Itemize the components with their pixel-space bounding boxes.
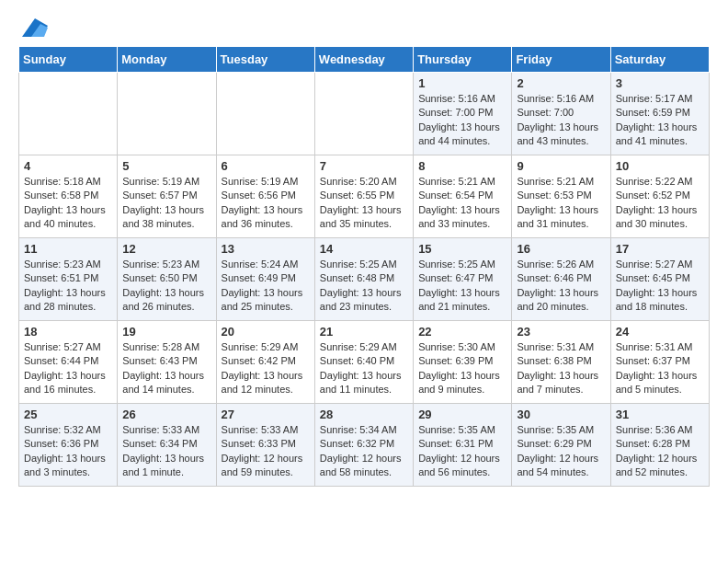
weekday-header: Friday [512, 47, 610, 73]
sunset-label: Sunset: 6:37 PM [616, 355, 690, 366]
sunset-label: Sunset: 6:59 PM [616, 107, 690, 118]
day-info: Sunrise: 5:28 AM Sunset: 6:43 PM Dayligh… [122, 340, 210, 397]
sunrise-label: Sunrise: 5:16 AM [517, 93, 594, 104]
calendar-cell: 9 Sunrise: 5:21 AM Sunset: 6:53 PM Dayli… [512, 155, 610, 238]
sunrise-label: Sunrise: 5:22 AM [616, 176, 693, 187]
day-number: 5 [122, 159, 210, 173]
sunset-label: Sunset: 6:48 PM [320, 272, 394, 283]
daylight-label: Daylight: 13 hours and 12 minutes. [222, 370, 303, 395]
sunrise-label: Sunrise: 5:25 AM [320, 259, 397, 270]
sunset-label: Sunset: 6:55 PM [320, 190, 394, 201]
day-info: Sunrise: 5:18 AM Sunset: 6:58 PM Dayligh… [24, 175, 112, 232]
sunset-label: Sunset: 6:54 PM [418, 190, 493, 201]
calendar-week-row: 1 Sunrise: 5:16 AM Sunset: 7:00 PM Dayli… [19, 73, 710, 155]
weekday-header: Thursday [414, 47, 512, 73]
sunrise-label: Sunrise: 5:21 AM [517, 176, 594, 187]
day-number: 28 [320, 408, 408, 421]
daylight-label: Daylight: 13 hours and 26 minutes. [122, 287, 204, 312]
day-number: 19 [122, 325, 210, 339]
daylight-label: Daylight: 13 hours and 36 minutes. [222, 204, 303, 229]
day-number: 9 [517, 159, 605, 173]
day-info: Sunrise: 5:34 AM Sunset: 6:32 PM Dayligh… [320, 423, 408, 480]
calendar-cell [216, 73, 314, 155]
day-info: Sunrise: 5:23 AM Sunset: 6:50 PM Dayligh… [122, 258, 210, 315]
day-number: 3 [616, 76, 704, 90]
daylight-label: Daylight: 13 hours and 41 minutes. [616, 121, 698, 146]
daylight-label: Daylight: 12 hours and 56 minutes. [418, 453, 500, 477]
calendar-cell: 28 Sunrise: 5:34 AM Sunset: 6:32 PM Dayl… [314, 404, 413, 487]
daylight-label: Daylight: 13 hours and 21 minutes. [418, 287, 500, 312]
day-info: Sunrise: 5:31 AM Sunset: 6:37 PM Dayligh… [616, 340, 704, 397]
sunset-label: Sunset: 6:46 PM [517, 272, 591, 283]
day-number: 20 [222, 325, 310, 339]
day-number: 27 [222, 408, 310, 421]
calendar-cell: 25 Sunrise: 5:32 AM Sunset: 6:36 PM Dayl… [19, 404, 118, 487]
daylight-label: Daylight: 13 hours and 40 minutes. [24, 204, 106, 229]
calendar-cell: 15 Sunrise: 5:25 AM Sunset: 6:47 PM Dayl… [414, 238, 512, 321]
daylight-label: Daylight: 12 hours and 59 minutes. [222, 453, 303, 477]
calendar-week-row: 18 Sunrise: 5:27 AM Sunset: 6:44 PM Dayl… [19, 321, 710, 404]
daylight-label: Daylight: 13 hours and 25 minutes. [222, 287, 303, 312]
calendar-cell: 19 Sunrise: 5:28 AM Sunset: 6:43 PM Dayl… [118, 321, 216, 404]
day-info: Sunrise: 5:27 AM Sunset: 6:45 PM Dayligh… [616, 258, 704, 315]
sunrise-label: Sunrise: 5:25 AM [418, 259, 495, 270]
day-info: Sunrise: 5:19 AM Sunset: 6:57 PM Dayligh… [122, 175, 210, 232]
daylight-label: Daylight: 12 hours and 54 minutes. [517, 453, 598, 477]
sunrise-label: Sunrise: 5:30 AM [418, 341, 495, 352]
sunrise-label: Sunrise: 5:29 AM [320, 341, 397, 352]
sunrise-label: Sunrise: 5:16 AM [418, 93, 495, 104]
sunset-label: Sunset: 6:29 PM [517, 438, 591, 449]
weekday-header: Saturday [610, 47, 709, 73]
daylight-label: Daylight: 13 hours and 16 minutes. [24, 370, 106, 395]
calendar-week-row: 4 Sunrise: 5:18 AM Sunset: 6:58 PM Dayli… [19, 155, 710, 238]
sunrise-label: Sunrise: 5:23 AM [24, 259, 101, 270]
day-number: 4 [24, 159, 112, 173]
sunset-label: Sunset: 6:38 PM [517, 355, 591, 366]
sunrise-label: Sunrise: 5:31 AM [616, 341, 693, 352]
daylight-label: Daylight: 13 hours and 23 minutes. [320, 287, 402, 312]
sunset-label: Sunset: 6:32 PM [320, 438, 394, 449]
daylight-label: Daylight: 13 hours and 35 minutes. [320, 204, 402, 229]
sunset-label: Sunset: 6:49 PM [222, 272, 296, 283]
sunset-label: Sunset: 6:39 PM [418, 355, 493, 366]
daylight-label: Daylight: 13 hours and 3 minutes. [24, 453, 106, 477]
calendar-cell: 21 Sunrise: 5:29 AM Sunset: 6:40 PM Dayl… [314, 321, 413, 404]
sunset-label: Sunset: 6:43 PM [122, 355, 197, 366]
day-info: Sunrise: 5:36 AM Sunset: 6:28 PM Dayligh… [616, 423, 704, 480]
day-number: 6 [222, 159, 310, 173]
day-info: Sunrise: 5:17 AM Sunset: 6:59 PM Dayligh… [616, 92, 704, 149]
calendar-cell: 31 Sunrise: 5:36 AM Sunset: 6:28 PM Dayl… [610, 404, 709, 487]
calendar-cell: 17 Sunrise: 5:27 AM Sunset: 6:45 PM Dayl… [610, 238, 709, 321]
sunset-label: Sunset: 6:45 PM [616, 272, 690, 283]
sunrise-label: Sunrise: 5:35 AM [517, 424, 594, 435]
weekday-header: Sunday [19, 47, 118, 73]
daylight-label: Daylight: 13 hours and 33 minutes. [418, 204, 500, 229]
daylight-label: Daylight: 13 hours and 44 minutes. [418, 121, 500, 146]
calendar-cell: 26 Sunrise: 5:33 AM Sunset: 6:34 PM Dayl… [118, 404, 216, 487]
day-info: Sunrise: 5:25 AM Sunset: 6:47 PM Dayligh… [418, 258, 506, 315]
daylight-label: Daylight: 13 hours and 43 minutes. [517, 121, 598, 146]
sunrise-label: Sunrise: 5:20 AM [320, 176, 397, 187]
sunrise-label: Sunrise: 5:35 AM [418, 424, 495, 435]
day-number: 8 [418, 159, 506, 173]
calendar-cell: 30 Sunrise: 5:35 AM Sunset: 6:29 PM Dayl… [512, 404, 610, 487]
day-number: 26 [122, 408, 210, 421]
day-number: 2 [517, 76, 605, 90]
calendar-cell: 4 Sunrise: 5:18 AM Sunset: 6:58 PM Dayli… [19, 155, 118, 238]
sunrise-label: Sunrise: 5:19 AM [122, 176, 199, 187]
sunrise-label: Sunrise: 5:23 AM [122, 259, 199, 270]
sunset-label: Sunset: 6:44 PM [24, 355, 98, 366]
day-info: Sunrise: 5:21 AM Sunset: 6:53 PM Dayligh… [517, 175, 605, 232]
day-number: 25 [24, 408, 112, 421]
calendar-cell: 29 Sunrise: 5:35 AM Sunset: 6:31 PM Dayl… [414, 404, 512, 487]
calendar-cell: 1 Sunrise: 5:16 AM Sunset: 7:00 PM Dayli… [414, 73, 512, 155]
sunset-label: Sunset: 6:34 PM [122, 438, 197, 449]
day-info: Sunrise: 5:35 AM Sunset: 6:31 PM Dayligh… [418, 423, 506, 480]
sunrise-label: Sunrise: 5:36 AM [616, 424, 693, 435]
day-number: 18 [24, 325, 112, 339]
calendar-cell [118, 73, 216, 155]
day-number: 7 [320, 159, 408, 173]
calendar-cell: 12 Sunrise: 5:23 AM Sunset: 6:50 PM Dayl… [118, 238, 216, 321]
day-number: 16 [517, 242, 605, 256]
day-number: 30 [517, 408, 605, 421]
